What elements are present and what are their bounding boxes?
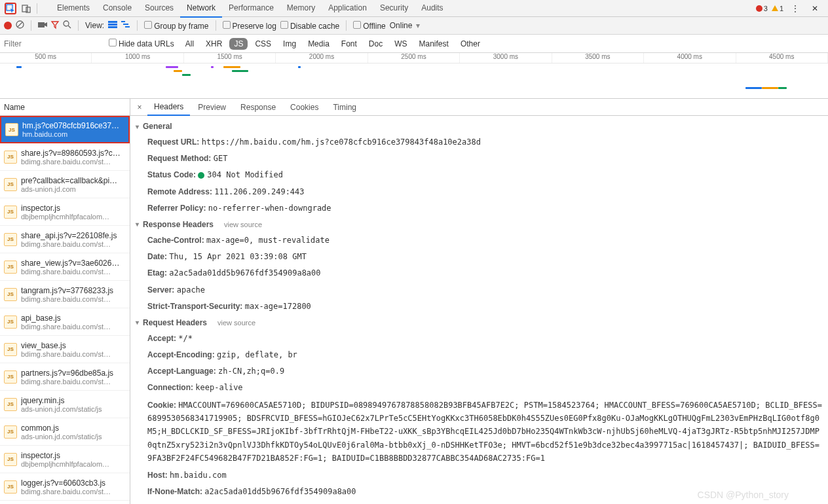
js-file-icon: JS bbox=[4, 151, 17, 164]
warning-count[interactable]: 1 bbox=[772, 5, 783, 12]
hide-data-urls-checkbox[interactable]: Hide data URLs bbox=[109, 39, 174, 48]
list-column-name[interactable]: Name bbox=[0, 99, 130, 116]
request-row[interactable]: JSjquery.min.jsads-union.jd.com/static/j… bbox=[0, 391, 130, 418]
js-file-icon: JS bbox=[4, 288, 17, 301]
throttling-select[interactable]: Online bbox=[390, 21, 413, 30]
close-detail-icon[interactable]: × bbox=[133, 103, 146, 112]
time-label: 4000 ms bbox=[644, 53, 736, 63]
close-devtools-icon[interactable]: ✕ bbox=[809, 3, 821, 14]
js-file-icon: JS bbox=[4, 480, 17, 494]
js-file-icon: JS bbox=[4, 315, 17, 329]
tab-security[interactable]: Security bbox=[373, 0, 415, 18]
tab-sources[interactable]: Sources bbox=[138, 0, 180, 18]
main-tabs: Elements Console Sources Network Perform… bbox=[50, 0, 450, 18]
filter-input[interactable] bbox=[4, 39, 102, 48]
filter-icon[interactable] bbox=[51, 21, 59, 31]
tab-console[interactable]: Console bbox=[96, 0, 138, 18]
type-other[interactable]: Other bbox=[456, 38, 485, 50]
dtab-timing[interactable]: Timing bbox=[326, 99, 363, 115]
detail-panel: × Headers Preview Response Cookies Timin… bbox=[130, 99, 828, 504]
record-button[interactable] bbox=[4, 22, 12, 29]
waterfall-view-icon[interactable] bbox=[121, 21, 130, 30]
tab-audits[interactable]: Audits bbox=[415, 0, 449, 18]
request-row[interactable]: JSapi_base.jsbdimg.share.baidu.com/st… bbox=[0, 308, 130, 336]
dtab-response[interactable]: Response bbox=[234, 99, 282, 115]
offline-checkbox[interactable]: Offline bbox=[353, 21, 385, 31]
camera-icon[interactable] bbox=[38, 21, 47, 30]
time-label: 3000 ms bbox=[460, 53, 552, 63]
time-label: 3500 ms bbox=[552, 53, 644, 63]
type-font[interactable]: Font bbox=[337, 38, 362, 50]
type-media[interactable]: Media bbox=[303, 38, 334, 50]
type-js[interactable]: JS bbox=[229, 38, 248, 50]
group-by-frame-checkbox[interactable]: Group by frame bbox=[144, 21, 208, 31]
request-row[interactable]: JSpre?callback=callback&pi…ads-union.jd.… bbox=[0, 171, 130, 198]
preserve-log-checkbox[interactable]: Preserve log bbox=[223, 21, 276, 31]
request-row[interactable]: JShm.js?ce078cfcb916ce37…hm.baidu.com bbox=[0, 116, 130, 143]
header-server: Server: apache bbox=[130, 282, 828, 298]
type-img[interactable]: Img bbox=[278, 38, 301, 50]
request-row[interactable]: JSshare_api.js?v=226108fe.jsbdimg.share.… bbox=[0, 226, 130, 253]
error-count[interactable]: 3 bbox=[756, 5, 768, 12]
js-file-icon: JS bbox=[4, 370, 17, 384]
throttling-dropdown-icon[interactable]: ▾ bbox=[416, 21, 420, 30]
view-source-link[interactable]: view source bbox=[224, 221, 262, 228]
tab-memory[interactable]: Memory bbox=[280, 0, 322, 18]
time-label: 2000 ms bbox=[276, 53, 367, 63]
request-row[interactable]: JSinspector.jsdbjbempljhcmhlfpfacalom… bbox=[0, 198, 130, 226]
request-method: Request Method: GET bbox=[130, 151, 828, 167]
section-request-headers[interactable]: Request Headersview source bbox=[130, 315, 828, 331]
dtab-preview[interactable]: Preview bbox=[191, 99, 233, 115]
clear-icon[interactable] bbox=[16, 20, 24, 31]
tab-elements[interactable]: Elements bbox=[50, 0, 96, 18]
js-file-icon: JS bbox=[4, 206, 17, 219]
disable-cache-checkbox[interactable]: Disable cache bbox=[280, 21, 339, 31]
request-row[interactable]: JSshare_view.js?v=3ae6026…bdimg.share.ba… bbox=[0, 253, 130, 281]
js-file-icon: JS bbox=[5, 123, 18, 136]
inspect-element-icon[interactable] bbox=[5, 3, 16, 14]
time-label: 4500 ms bbox=[736, 53, 828, 63]
svg-point-6 bbox=[64, 21, 69, 26]
request-items: JShm.js?ce078cfcb916ce37…hm.baidu.com JS… bbox=[0, 116, 130, 501]
type-xhr[interactable]: XHR bbox=[201, 38, 227, 50]
section-general[interactable]: General bbox=[130, 118, 828, 134]
request-row[interactable]: JSinspector.jsdbjbempljhcmhlfpfacalom… bbox=[0, 446, 130, 473]
search-icon[interactable] bbox=[63, 20, 71, 31]
svg-rect-11 bbox=[121, 21, 125, 22]
dtab-cookies[interactable]: Cookies bbox=[284, 99, 325, 115]
header-connection: Connection: keep-alive bbox=[130, 380, 828, 396]
timeline-overview[interactable]: 500 ms 1000 ms 1500 ms 2000 ms 2500 ms 3… bbox=[0, 53, 828, 99]
request-list: Name JShm.js?ce078cfcb916ce37…hm.baidu.c… bbox=[0, 99, 130, 504]
type-css[interactable]: CSS bbox=[250, 38, 276, 50]
request-row[interactable]: JStangram.js?v=37768233.jsbdimg.share.ba… bbox=[0, 281, 130, 308]
large-rows-icon[interactable] bbox=[108, 21, 117, 30]
view-source-link[interactable]: view source bbox=[217, 319, 255, 327]
request-row[interactable]: JSlogger.js?v=60603cb3.jsbdimg.share.bai… bbox=[0, 473, 130, 501]
tab-network[interactable]: Network bbox=[180, 0, 222, 18]
request-row[interactable]: JSview_base.jsbdimg.share.baidu.com/st… bbox=[0, 336, 130, 363]
header-cache-control: Cache-Control: max-age=0, must-revalidat… bbox=[130, 232, 828, 249]
time-label: 2500 ms bbox=[368, 53, 460, 63]
request-row[interactable]: JSshare.js?v=89860593.js?c…bdimg.share.b… bbox=[0, 143, 130, 171]
request-url: Request URL: https://hm.baidu.com/hm.js?… bbox=[130, 134, 828, 151]
header-accept-encoding: Accept-Encoding: gzip, deflate, br bbox=[130, 347, 828, 363]
kebab-menu-icon[interactable]: ⋮ bbox=[789, 3, 801, 14]
type-ws[interactable]: WS bbox=[390, 38, 411, 50]
svg-rect-13 bbox=[125, 26, 130, 27]
header-sts: Strict-Transport-Security: max-age=17280… bbox=[130, 298, 828, 315]
tab-application[interactable]: Application bbox=[322, 0, 373, 18]
type-doc[interactable]: Doc bbox=[364, 38, 387, 50]
view-label: View: bbox=[85, 21, 104, 30]
type-manifest[interactable]: Manifest bbox=[415, 38, 453, 50]
remote-address: Remote Address: 111.206.209.249:443 bbox=[130, 184, 828, 200]
section-response-headers[interactable]: Response Headersview source bbox=[130, 217, 828, 232]
tab-performance[interactable]: Performance bbox=[222, 0, 280, 18]
dtab-headers[interactable]: Headers bbox=[147, 99, 190, 116]
request-row[interactable]: JScommon.jsads-union.jd.com/static/js bbox=[0, 418, 130, 446]
svg-rect-12 bbox=[123, 24, 128, 25]
js-file-icon: JS bbox=[4, 343, 17, 356]
request-row[interactable]: JSpartners.js?v=96dbe85a.jsbdimg.share.b… bbox=[0, 363, 130, 391]
js-file-icon: JS bbox=[4, 261, 17, 274]
type-all[interactable]: All bbox=[181, 38, 198, 50]
device-toggle-icon[interactable] bbox=[20, 3, 32, 14]
